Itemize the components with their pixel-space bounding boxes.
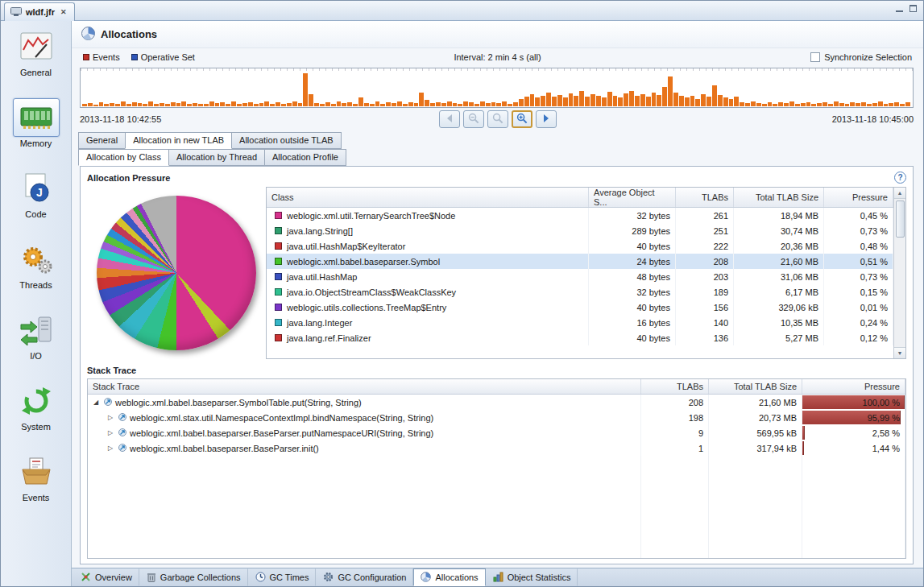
stack-trace-row[interactable]: ▷weblogic.xml.babel.baseparser.BaseParse… bbox=[88, 440, 905, 456]
expand-icon[interactable]: ▷ bbox=[106, 429, 115, 436]
chart-bar bbox=[590, 94, 595, 106]
stack-pressure-cell: 2,58 % bbox=[802, 425, 905, 440]
tab-allocation-in-new-tlab[interactable]: Allocation in new TLAB bbox=[125, 132, 232, 149]
chart-bar bbox=[894, 102, 899, 106]
tab-allocation-profile[interactable]: Allocation Profile bbox=[264, 149, 346, 166]
chart-bar bbox=[430, 103, 435, 106]
forward-button[interactable] bbox=[536, 110, 557, 128]
chart-bar bbox=[276, 102, 280, 106]
table-row[interactable]: java.lang.String[]289 bytes25130,74 MB0,… bbox=[267, 223, 893, 238]
chart-bar bbox=[314, 103, 319, 106]
minimize-button[interactable] bbox=[896, 5, 903, 12]
chart-bar bbox=[508, 104, 512, 106]
column-header-pressure[interactable]: Pressure bbox=[824, 188, 893, 207]
chart-bar bbox=[745, 103, 750, 106]
synchronize-selection-checkbox[interactable]: Synchronize Selection bbox=[810, 52, 912, 62]
tlabs-cell: 261 bbox=[676, 208, 734, 223]
close-icon[interactable]: ✕ bbox=[59, 8, 68, 16]
allocation-pie-chart[interactable] bbox=[97, 196, 256, 350]
column-header-tlabs[interactable]: TLABs bbox=[676, 188, 734, 207]
tab-allocation-by-thread[interactable]: Allocation by Thread bbox=[168, 149, 265, 166]
chart-bar bbox=[652, 93, 657, 106]
chart-bar bbox=[729, 99, 734, 106]
bottom-tab-label: GC Configuration bbox=[338, 573, 406, 582]
column-header-stack-pressure[interactable]: Pressure bbox=[802, 379, 905, 394]
column-header-stack-tlabs[interactable]: TLABs bbox=[641, 379, 709, 394]
sidebar-item-general[interactable]: General bbox=[1, 27, 71, 98]
bottom-tab-label: GC Times bbox=[270, 573, 309, 582]
column-header-stack-total-tlab-size[interactable]: Total TLAB Size bbox=[709, 379, 802, 394]
bottom-tab-allocations[interactable]: Allocations bbox=[413, 568, 485, 586]
tab-general[interactable]: General bbox=[78, 132, 126, 149]
chart-bar bbox=[773, 104, 777, 106]
column-header-class[interactable]: Class bbox=[267, 188, 589, 207]
timeline-chart[interactable] bbox=[80, 68, 914, 108]
sidebar-item-threads[interactable]: Threads bbox=[1, 240, 71, 311]
bottom-tab-garbage-collections[interactable]: Garbage Collections bbox=[139, 568, 248, 586]
chart-bar bbox=[513, 102, 518, 106]
chart-bar bbox=[237, 104, 242, 106]
table-row[interactable]: weblogic.xml.util.TernarySearchTree$Node… bbox=[267, 208, 893, 223]
sidebar-item-memory[interactable]: Memory bbox=[1, 98, 71, 169]
scroll-up-icon[interactable]: ▲ bbox=[894, 188, 905, 199]
chart-bar bbox=[281, 104, 286, 106]
sidebar-item-events[interactable]: Events bbox=[1, 453, 71, 523]
chart-bar bbox=[861, 102, 866, 106]
class-cell: java.io.ObjectStreamClass$WeakClassKey bbox=[267, 284, 589, 300]
allocation-panel: Allocation Pressure ? Class Average Obje… bbox=[80, 166, 914, 564]
stack-trace-row[interactable]: ◢weblogic.xml.babel.baseparser.SymbolTab… bbox=[88, 395, 905, 410]
chart-legend: EventsOperative Set bbox=[83, 52, 195, 62]
table-row[interactable]: java.io.ObjectStreamClass$WeakClassKey32… bbox=[267, 284, 893, 300]
tab-allocation-outside-tlab[interactable]: Allocation outside TLAB bbox=[231, 132, 342, 149]
arrow-left-icon bbox=[445, 114, 454, 125]
table-row[interactable]: java.util.HashMap48 bytes20331,06 MB0,73… bbox=[267, 269, 893, 284]
table-row[interactable]: java.lang.Integer16 bytes14010,35 MB0,24… bbox=[267, 315, 893, 330]
column-header-total-tlab-size[interactable]: Total TLAB Size bbox=[734, 188, 824, 207]
class-table-scrollbar[interactable]: ▲ ▼ bbox=[893, 188, 905, 358]
bottom-tab-overview[interactable]: Overview bbox=[73, 568, 139, 586]
chart-bar bbox=[259, 103, 264, 106]
column-header-stack-trace[interactable]: Stack Trace bbox=[88, 379, 641, 394]
expand-icon[interactable]: ▷ bbox=[106, 414, 115, 421]
help-icon[interactable]: ? bbox=[894, 172, 906, 184]
maximize-button[interactable] bbox=[909, 5, 917, 12]
stack-total-tlab-size-cell: 569,95 kB bbox=[709, 425, 802, 440]
expand-icon[interactable]: ▷ bbox=[106, 444, 115, 452]
scrollbar-thumb[interactable] bbox=[896, 200, 905, 238]
table-row[interactable]: java.util.HashMap$KeyIterator40 bytes222… bbox=[267, 238, 893, 254]
legend-swatch-icon bbox=[131, 54, 138, 60]
chart-bar bbox=[552, 97, 557, 106]
collapse-icon[interactable]: ◢ bbox=[91, 399, 101, 406]
pressure-cell: 0,24 % bbox=[824, 315, 893, 330]
table-row[interactable]: java.lang.ref.Finalizer40 bytes1365,27 M… bbox=[267, 330, 893, 345]
sidebar-item-io[interactable]: I/O bbox=[1, 311, 71, 382]
stack-trace-row[interactable]: ▷weblogic.xml.stax.util.NamespaceContext… bbox=[88, 410, 905, 425]
gear-icon bbox=[323, 572, 334, 584]
chart-bar bbox=[496, 103, 501, 106]
chart-bar bbox=[226, 104, 230, 106]
bottom-tab-gc-configuration[interactable]: GC Configuration bbox=[316, 568, 413, 586]
editor-tab-wldf[interactable]: wldf.jfr ✕ bbox=[4, 2, 75, 21]
bottom-tab-object-statistics[interactable]: Object Statistics bbox=[486, 568, 578, 586]
tab-allocation-by-class[interactable]: Allocation by Class bbox=[78, 149, 169, 166]
jmc-window: wldf.jfr ✕ GeneralMemoryJCodeThreadsI/OS… bbox=[0, 0, 924, 587]
column-header-average-object-size[interactable]: Average Object S... bbox=[589, 188, 676, 207]
pressure-cell: 0,45 % bbox=[824, 208, 893, 223]
pressure-cell: 0,51 % bbox=[824, 254, 893, 269]
scroll-down-icon[interactable]: ▼ bbox=[894, 347, 905, 358]
java-icon: J bbox=[13, 169, 60, 208]
chart-bar bbox=[569, 93, 574, 106]
chart-bar bbox=[110, 103, 114, 106]
bottom-tab-gc-times[interactable]: GC Times bbox=[248, 568, 317, 586]
sidebar-item-system[interactable]: System bbox=[1, 382, 71, 453]
interval-label: Interval: 2 min 4 s (all) bbox=[72, 52, 923, 62]
zoom-in-button[interactable] bbox=[512, 110, 532, 128]
table-row[interactable]: weblogic.xml.babel.baseparser.Symbol24 b… bbox=[267, 254, 893, 269]
class-name: java.io.ObjectStreamClass$WeakClassKey bbox=[287, 287, 456, 297]
magnifier-icon bbox=[492, 113, 503, 126]
chart-bar bbox=[491, 102, 496, 106]
sidebar-item-code[interactable]: JCode bbox=[1, 169, 71, 240]
table-row[interactable]: weblogic.utils.collections.TreeMap$Entry… bbox=[267, 300, 893, 315]
stack-trace-row[interactable]: ▷weblogic.xml.babel.baseparser.BaseParse… bbox=[88, 425, 905, 440]
pressure-cell: 0,73 % bbox=[824, 269, 893, 284]
